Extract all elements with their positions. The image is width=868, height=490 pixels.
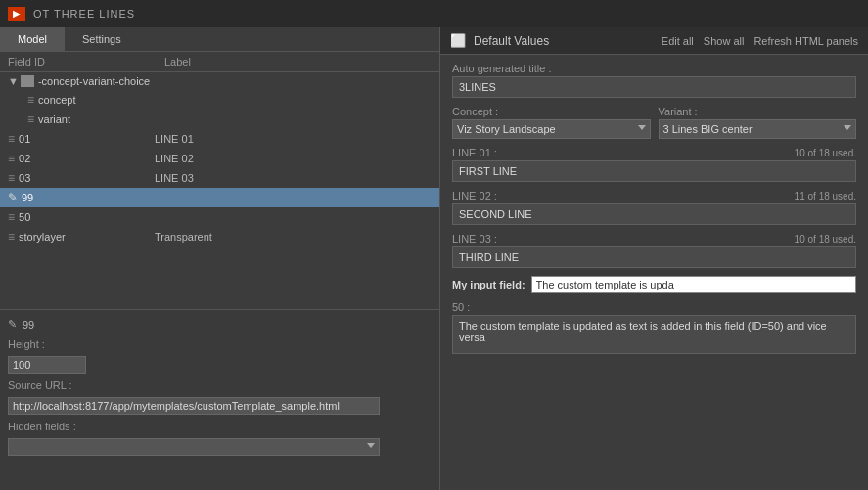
item-id: storylayer [19, 231, 66, 243]
field50-value[interactable]: The custom template is updated as text i… [452, 315, 856, 354]
edit-icon-99: ✎ [8, 191, 18, 204]
concept-variant-row: Concept : Viz Story Landscape Variant : … [452, 106, 856, 139]
concept-select[interactable]: Viz Story Landscape [452, 119, 651, 139]
edit-title-icon: ✎ [8, 318, 17, 331]
source-url-label: Source URL : [8, 379, 96, 391]
bottom-panel-title: ✎ 99 [8, 318, 432, 331]
show-all-button[interactable]: Show all [704, 35, 745, 47]
left-panel: Model Settings Field ID Label ▼ -concept… [0, 27, 440, 490]
tree-item-concept-variant-choice[interactable]: ▼ -concept-variant-choice [0, 72, 439, 90]
line03-header: LINE 03 : 10 of 18 used. [452, 233, 856, 245]
bottom-left-panel: ✎ 99 Height : Source URL : Hidden fields… [0, 309, 439, 490]
hidden-fields-row [8, 438, 432, 456]
line01-label: LINE 01 : [452, 147, 497, 158]
line03-group: LINE 03 : 10 of 18 used. [452, 233, 856, 268]
lines-icon-storylayer: ≡ [8, 230, 15, 244]
line01-count: 10 of 18 used. [795, 148, 856, 158]
edit-all-button[interactable]: Edit all [662, 35, 694, 47]
line02-label: LINE 02 : [452, 190, 497, 201]
custom-field-label: My input field: [452, 279, 525, 290]
hidden-fields-label-row: Hidden fields : [8, 421, 432, 432]
tree-item-concept[interactable]: ≡ concept [0, 90, 439, 110]
lines-icon-variant: ≡ [27, 112, 34, 126]
logo-icon: ▶ [13, 9, 21, 19]
right-panel: ⬜ Default Values Edit all Show all Refre… [440, 27, 868, 490]
auto-title-value[interactable]: 3LINES [452, 76, 856, 98]
tree-item-50[interactable]: ≡ 50 [0, 207, 439, 227]
custom-field-row: My input field: [452, 276, 856, 293]
concept-col: Concept : Viz Story Landscape [452, 106, 651, 139]
right-header: ⬜ Default Values Edit all Show all Refre… [440, 27, 868, 55]
col-label-header: Label [164, 56, 432, 67]
item-id: 02 [19, 153, 30, 164]
item-id: -concept-variant-choice [38, 75, 150, 87]
hidden-fields-select[interactable] [8, 438, 380, 456]
lines-icon-03: ≡ [8, 171, 15, 185]
tab-settings[interactable]: Settings [65, 27, 139, 51]
source-url-input[interactable] [8, 397, 380, 415]
source-url-label-row: Source URL : [8, 379, 432, 391]
field50-header: 50 : [452, 301, 856, 313]
line03-input[interactable] [452, 246, 856, 268]
folder-icon [21, 75, 34, 87]
tree-item-variant[interactable]: ≡ variant [0, 110, 439, 129]
variant-col: Variant : 3 Lines BIG center [659, 106, 857, 139]
line02-input[interactable] [452, 203, 856, 225]
line03-count: 10 of 18 used. [795, 234, 856, 245]
line03-label: LINE 03 : [452, 233, 497, 245]
line01-group: LINE 01 : 10 of 18 used. [452, 147, 856, 182]
height-row: Height : [8, 338, 432, 350]
lines-icon-01: ≡ [8, 132, 15, 146]
height-label: Height : [8, 338, 96, 350]
line01-header: LINE 01 : 10 of 18 used. [452, 147, 856, 158]
lines-icon-02: ≡ [8, 152, 15, 165]
top-bar: ▶ OT THREE LINES [0, 0, 868, 27]
field50-group: 50 : The custom template is updated as t… [452, 301, 856, 354]
line02-header: LINE 02 : 11 of 18 used. [452, 190, 856, 201]
variant-label: Variant : [659, 106, 857, 117]
main-layout: Model Settings Field ID Label ▼ -concept… [0, 27, 868, 490]
tree-item-storylayer[interactable]: ≡ storylayer Transparent [0, 227, 439, 246]
tree-item-01[interactable]: ≡ 01 LINE 01 [0, 129, 439, 149]
panel-icon: ⬜ [450, 33, 466, 48]
variant-select[interactable]: 3 Lines BIG center [659, 119, 857, 139]
refresh-button[interactable]: Refresh HTML panels [754, 35, 858, 47]
tree-header: Field ID Label [0, 52, 439, 72]
line02-count: 11 of 18 used. [795, 191, 856, 201]
hidden-fields-label: Hidden fields : [8, 421, 96, 432]
item-id: 03 [19, 172, 30, 184]
expand-icon: ▼ [8, 75, 19, 87]
lines-icon-50: ≡ [8, 210, 15, 224]
header-actions: Edit all Show all Refresh HTML panels [662, 35, 858, 47]
source-url-input-row [8, 397, 432, 415]
field50-label: 50 : [452, 301, 470, 313]
line01-input[interactable] [452, 160, 856, 182]
lines-icon-concept: ≡ [27, 93, 34, 107]
item-id: 50 [19, 211, 30, 223]
tree-item-03[interactable]: ≡ 03 LINE 03 [0, 168, 439, 188]
item-id: variant [38, 113, 70, 125]
logo: ▶ [8, 7, 25, 21]
item-id: concept [38, 94, 76, 106]
tree-area: ▼ -concept-variant-choice ≡ concept [0, 72, 439, 309]
tree-item-99[interactable]: ✎ 99 [0, 188, 439, 207]
item-id: 99 [22, 192, 33, 203]
concept-label: Concept : [452, 106, 651, 117]
line02-group: LINE 02 : 11 of 18 used. [452, 190, 856, 225]
selected-item-id: 99 [23, 319, 34, 331]
height-input[interactable] [8, 356, 86, 374]
app-title: OT THREE LINES [33, 8, 135, 20]
auto-title-group: Auto generated title : 3LINES [452, 63, 856, 98]
tree-item-02[interactable]: ≡ 02 LINE 02 [0, 149, 439, 168]
right-content: Auto generated title : 3LINES Concept : … [440, 55, 868, 490]
item-id: 01 [19, 133, 30, 145]
panel-title: Default Values [474, 34, 662, 48]
tab-model[interactable]: Model [0, 27, 65, 51]
col-id-header: Field ID [8, 56, 164, 67]
height-input-row [8, 356, 432, 374]
custom-field-input[interactable] [531, 276, 856, 293]
auto-title-label: Auto generated title : [452, 63, 856, 74]
tabs: Model Settings [0, 27, 439, 52]
